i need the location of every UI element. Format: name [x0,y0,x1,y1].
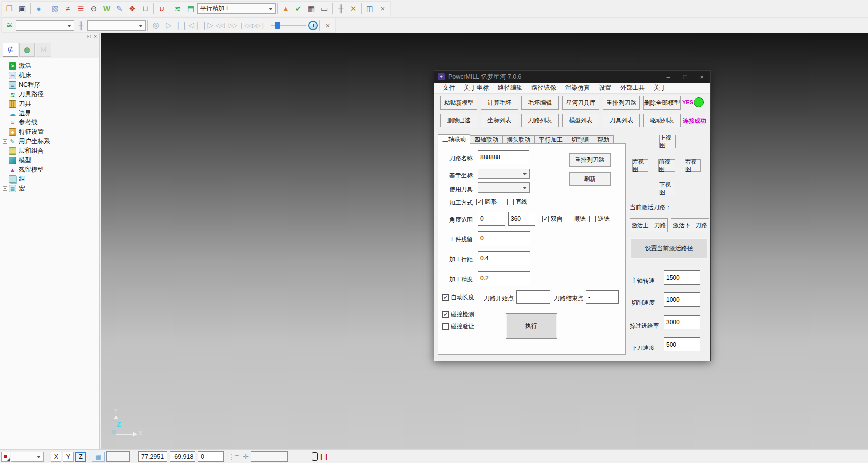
delete-selected-button[interactable]: 删除已选 [440,114,477,127]
sim-pause-indicator[interactable]: ❙❙ [312,452,329,461]
start-point-input[interactable] [516,290,550,304]
sim-rewind-icon[interactable]: ◁◁ [214,19,227,32]
refresh-button[interactable]: 刷新 [569,172,611,186]
tool-fire-icon[interactable]: ▲ [279,2,292,15]
grid-size-input[interactable] [106,451,130,462]
block-icon[interactable]: ▧ [49,2,61,15]
spindle-speed-input[interactable] [664,270,700,285]
tree-item-boundaries[interactable]: ☁ 边界 [3,109,99,118]
sim-play-icon[interactable]: ▷ [162,19,175,32]
tree-item-groups[interactable]: 组 [3,174,99,184]
edit-pencil-icon[interactable]: ✎ [113,2,126,15]
set-active-path-button[interactable]: 设置当前激活路径 [630,238,708,259]
toolpath-list-icon[interactable]: ▤ [184,2,197,15]
sim-step-back-icon[interactable]: ◁❘ [188,19,201,32]
menu-render-sim[interactable]: 渲染仿真 [561,83,594,94]
panel-grip[interactable] [1,35,84,36]
tab-swivel-head[interactable]: 摆头联动 [502,135,535,144]
minimize-button[interactable]: – [660,71,677,83]
tree-item-levels-sets[interactable]: 层和组合 [3,146,99,156]
view-left-button[interactable]: 左视图 [632,159,648,172]
menu-about[interactable]: 关于 [649,83,671,94]
menu-path-edit[interactable]: 路径编辑 [493,83,527,94]
cross-tools-icon[interactable]: ✕ [347,2,360,15]
sim-speed-slider[interactable] [271,20,306,30]
tree-item-nc-programs[interactable]: ≣ NC程序 [3,80,99,90]
float-panel-icon[interactable]: ⊡ [87,34,91,39]
activate-prev-button[interactable]: 激活上一刀路 [630,218,668,232]
view-bottom-button[interactable]: 下视图 [659,182,675,195]
tab-3axis[interactable]: 三轴联动 [438,134,470,144]
toolpath-list-button[interactable]: 刀路列表 [521,114,559,127]
tool-block-icon[interactable]: ⊔ [139,2,152,15]
menu-file[interactable]: 文件 [438,83,460,94]
save-project-icon[interactable]: ▣ [16,2,29,15]
tool-select[interactable] [478,182,530,193]
axis-x-button[interactable]: X [51,452,61,462]
tree-item-toolpaths[interactable]: ≋ 刀具路径 [3,90,99,99]
xyz-list-icon[interactable]: ⋮≡ [228,453,239,461]
angle-end-input[interactable] [508,212,535,226]
tree-item-models[interactable]: 模型 [3,156,99,165]
panel-grip[interactable] [1,38,84,39]
pattern-diamonds-icon[interactable]: ❖ [126,2,139,15]
paste-new-model-button[interactable]: 粘贴新模型 [440,96,477,110]
grid-toggle-button[interactable]: ▦ [92,452,105,462]
menu-about-coords[interactable]: 关于坐标 [460,83,493,94]
tab-recycle-bin[interactable]: ⍌ [36,43,51,57]
sim-pause-icon[interactable]: ❘❘ [175,19,188,32]
cutting-speed-input[interactable] [664,292,700,307]
sim-go-start-icon[interactable]: ❘◁◁ [239,19,252,32]
sim-clock-icon[interactable] [308,21,318,30]
sim-toolpath-icon[interactable]: ≋ [3,19,16,32]
maximize-button[interactable]: □ [677,71,694,83]
delete-all-models-button[interactable]: 删除全部模型 [643,96,681,110]
view-front-button[interactable]: 前视图 [658,159,675,172]
toolpath-limit-icon[interactable]: ≠ [61,2,74,15]
locate-pointer-icon[interactable]: ✛ [243,453,249,461]
toolpath-name-input[interactable] [478,150,529,164]
dialog-titlebar[interactable]: ✦ PowerMILL 忆梦星河 7.0.6 – □ × [434,71,710,83]
end-point-input[interactable] [586,290,619,304]
auto-length-checkbox[interactable]: 自动长度 [442,293,474,302]
coord-select[interactable] [478,169,530,179]
tolerance-input[interactable] [478,271,530,285]
sim-step-forward-icon[interactable]: ❘▷ [201,19,214,32]
model-list-button[interactable]: 模型列表 [562,114,599,127]
coord-mode-select[interactable] [11,452,44,462]
toolpath-icon[interactable]: ≋ [172,2,184,15]
coord-list-button[interactable]: 坐标列表 [481,114,518,127]
close-button[interactable]: × [694,71,710,83]
execute-button[interactable]: 执行 [506,313,557,339]
slider-handle[interactable] [275,22,280,29]
tree-item-feature-sets[interactable]: ◆ 特征设置 [3,127,99,137]
tab-explorer-tree[interactable]: ⋢ [3,43,18,57]
collision-check-checkbox[interactable]: 碰撞检测 [442,310,474,319]
sim-fast-forward-icon[interactable]: ▷▷ [227,19,239,32]
active-toolpath-select[interactable]: 平行精加工 [197,3,276,14]
zlevel-icon[interactable]: ☰ [74,2,87,15]
bidir-checkbox[interactable]: 双向 [542,215,563,223]
tool-holder-icon[interactable]: ∪ [155,2,168,15]
tree-item-macros[interactable]: + ▤ 宏 [3,184,99,193]
panel-close-icon[interactable]: × [94,34,97,39]
menu-path-mirror[interactable]: 路径镜像 [527,83,561,94]
sim-tool-icon[interactable]: ╫ [74,19,87,32]
tree-item-patterns[interactable]: ≈ 参考线 [3,118,99,127]
expand-icon[interactable]: + [3,186,7,191]
reorder-button[interactable]: 重排列刀路 [569,153,611,167]
sim-toolpath-select[interactable] [16,20,74,31]
skim-feed-input[interactable] [664,315,700,329]
axis-z-button[interactable]: Z [75,452,86,462]
tool-library-button[interactable]: 星河刀具库 [562,96,599,110]
conventional-checkbox[interactable]: 逆铣 [589,215,610,223]
sim-light-icon[interactable]: ◎ [149,19,162,32]
activate-next-button[interactable]: 激活下一刀路 [671,218,709,232]
stepover-input[interactable] [478,251,530,265]
menu-external-tools[interactable]: 外部工具 [616,83,649,94]
tool-verify-icon[interactable]: ✔ [292,2,305,15]
collision-check-icon[interactable]: W [100,2,113,15]
tree-item-stock-models[interactable]: ▲ 残留模型 [3,165,99,174]
collision-avoid-checkbox[interactable]: 碰撞避让 [442,322,474,331]
angle-start-input[interactable] [478,212,505,226]
